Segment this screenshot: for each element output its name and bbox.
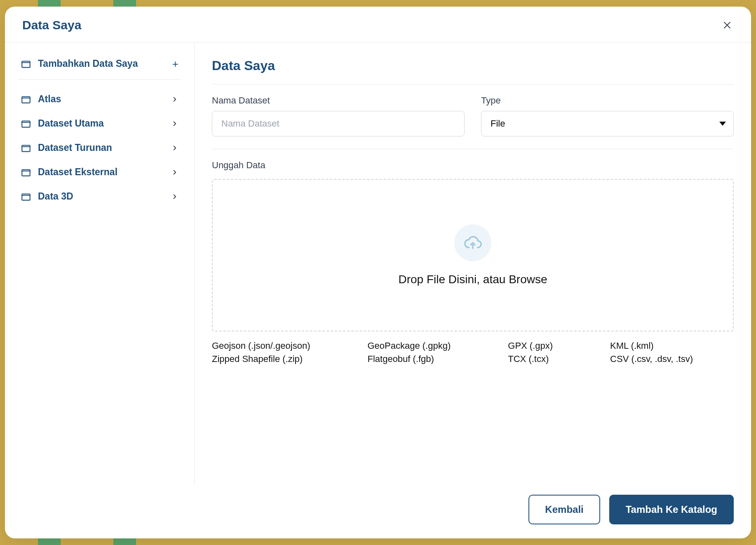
name-field-group: Nama Dataset: [212, 95, 465, 136]
sidebar-item-atlas[interactable]: Atlas: [18, 87, 181, 111]
sidebar-add-my-data[interactable]: Tambahkan Data Saya +: [18, 55, 181, 80]
dropzone-text: Drop File Disini, atau Browse: [398, 273, 547, 286]
sidebar-item-dataset-eksternal[interactable]: Dataset Eksternal: [18, 160, 181, 184]
chevron-right-icon: [171, 193, 178, 200]
back-button-label: Kembali: [545, 504, 583, 515]
close-button[interactable]: [721, 19, 734, 32]
sidebar-item-dataset-utama[interactable]: Dataset Utama: [18, 111, 181, 136]
type-label: Type: [481, 95, 734, 106]
format-item: KML (.kml): [610, 341, 734, 351]
chevron-right-icon: [171, 120, 178, 127]
upload-label: Unggah Data: [212, 160, 734, 171]
sidebar-item-data-3d[interactable]: Data 3D: [18, 184, 181, 209]
folder-icon: [21, 118, 31, 129]
modal-title: Data Saya: [22, 18, 81, 32]
folder-icon: [21, 94, 31, 105]
sidebar-item-label: Data 3D: [38, 191, 73, 202]
modal-footer: Kembali Tambah Ke Katalog: [5, 484, 751, 538]
format-item: CSV (.csv, .dsv, .tsv): [610, 354, 734, 364]
format-item: Geojson (.json/.geojson): [212, 341, 351, 351]
add-to-catalog-button[interactable]: Tambah Ke Katalog: [609, 495, 734, 524]
format-item: GeoPackage (.gpkg): [367, 341, 491, 351]
sidebar-add-label: Tambahkan Data Saya: [38, 58, 138, 69]
main-panel: Data Saya Nama Dataset Type File Unggah …: [195, 42, 751, 484]
sidebar-item-dataset-turunan[interactable]: Dataset Turunan: [18, 136, 181, 160]
folder-icon: [21, 191, 31, 202]
caret-down-icon: [719, 122, 726, 126]
modal-body: Tambahkan Data Saya + Atlas Dataset Utam…: [5, 42, 751, 484]
folder-icon: [21, 59, 31, 69]
name-label: Nama Dataset: [212, 95, 465, 106]
format-item: Flatgeobuf (.fgb): [367, 354, 491, 364]
folder-icon: [21, 167, 31, 178]
type-select-value: File: [491, 118, 505, 129]
type-field-group: Type File: [481, 95, 734, 136]
modal-header: Data Saya: [5, 7, 751, 42]
file-dropzone[interactable]: Drop File Disini, atau Browse: [212, 179, 734, 331]
sidebar: Tambahkan Data Saya + Atlas Dataset Utam…: [5, 42, 195, 484]
sidebar-item-label: Atlas: [38, 94, 61, 105]
plus-icon[interactable]: +: [172, 59, 178, 69]
folder-icon: [21, 143, 31, 153]
sidebar-item-label: Dataset Turunan: [38, 142, 112, 153]
chevron-right-icon: [171, 96, 178, 103]
main-title: Data Saya: [212, 58, 734, 85]
back-button[interactable]: Kembali: [528, 495, 600, 524]
format-item: Zipped Shapefile (.zip): [212, 354, 351, 364]
format-item: GPX (.gpx): [508, 341, 594, 351]
chevron-right-icon: [171, 169, 178, 176]
sidebar-item-label: Dataset Utama: [38, 118, 104, 129]
add-button-label: Tambah Ke Katalog: [626, 504, 717, 515]
format-item: TCX (.tcx): [508, 354, 594, 364]
close-icon: [722, 20, 732, 30]
sidebar-item-label: Dataset Eksternal: [38, 167, 117, 178]
dataset-name-input[interactable]: [212, 111, 465, 136]
upload-cloud-icon: [454, 224, 491, 261]
my-data-modal: Data Saya Tambahkan Data Saya +: [5, 7, 751, 538]
chevron-right-icon: [171, 144, 178, 152]
type-select[interactable]: File: [481, 111, 734, 136]
form-row: Nama Dataset Type File: [212, 95, 734, 149]
supported-formats: Geojson (.json/.geojson) GeoPackage (.gp…: [212, 341, 734, 364]
